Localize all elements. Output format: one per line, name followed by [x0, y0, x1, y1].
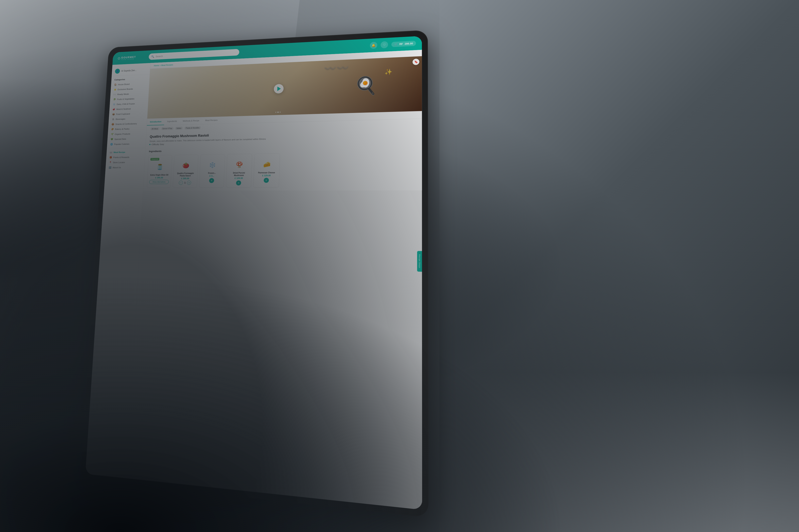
cart-icon: 🛒 — [394, 43, 398, 46]
tab-introduction[interactable]: Introduction — [147, 118, 164, 126]
breadcrumb-current: Meal Recipes — [161, 64, 173, 66]
pasta-sauce-image: 🍅 — [181, 160, 191, 171]
exclusive-icon: ⭐ — [114, 89, 116, 91]
add-mushroom-button[interactable]: + — [236, 180, 241, 185]
heart-icon: ♡ — [383, 43, 386, 47]
qty-value: 1 — [184, 182, 186, 184]
quantity-control: − 1 + — [175, 180, 195, 185]
fruits-veg-label: Fruits & Vegetables — [117, 98, 134, 100]
parmesan-name: Parmesan Cheese — [256, 171, 277, 174]
organic-icon: 🌱 — [111, 133, 113, 135]
logo: ⊙ GOURMET FOOD STORE — [117, 55, 136, 60]
beverages-icon: ☕ — [112, 118, 114, 120]
locator-icon: 📍 — [109, 161, 112, 164]
carousel-dots — [275, 112, 281, 113]
meat-label: Meat & Seafood — [116, 108, 131, 110]
snacks-icon: 🍪 — [111, 123, 114, 126]
cupboard-label: Food Cupboard — [116, 113, 130, 115]
mushroom-name: Dried Porcini Mushroom — [229, 171, 250, 177]
search-bar[interactable]: 🔍 Search — [149, 49, 239, 60]
user-name: Al Sayeda Zen... — [121, 69, 137, 72]
tab-ingredients[interactable]: Ingredients — [164, 118, 180, 125]
ingredient-parmesan: 🧀 Parmesan Cheese £ 129.00 + — [253, 153, 280, 187]
parmesan-image: 🧀 — [262, 159, 272, 170]
about-icon: ℹ️ — [109, 166, 111, 169]
about-label: About Us — [112, 167, 121, 169]
breadcrumb-home[interactable]: Home — [154, 64, 159, 66]
dot-1[interactable] — [275, 112, 276, 113]
locator-label: Store Locator — [113, 161, 125, 164]
difficulty-dot — [149, 144, 150, 145]
header-icons: 🔔 ♡ 🛒 RF 286.00 — [370, 40, 416, 49]
cupboard-icon: 📦 — [112, 113, 115, 116]
user-area: 👤 Al Sayeda Zen... — [112, 66, 150, 76]
mushroom-image: 🍄 — [234, 159, 244, 170]
olive-oil-name: Extra Virgin Olive Oil — [149, 174, 169, 176]
bakery-icon: 🥐 — [111, 128, 114, 131]
meat-icon: 🥩 — [112, 108, 115, 111]
browser-window: ⊙ GOURMET FOOD STORE 🔍 Search 🔔 — [85, 36, 422, 510]
bakery-label: Bakery & Pastry — [115, 128, 130, 130]
cart-amount: 286.00 — [405, 42, 413, 45]
meal-recipe-label: Meal Recipe — [113, 151, 125, 153]
filter-italian[interactable]: Italian — [175, 127, 183, 130]
tab-methods[interactable]: Methods & Recipe — [180, 117, 202, 125]
sidebar-item-store-locator[interactable]: 📍 Store Locator — [106, 159, 145, 165]
ingredients-grid: Required 🫙 Extra Virgin Olive Oil £ 295.… — [147, 151, 417, 188]
filter-serve-4[interactable]: Serve 4 Pax — [161, 127, 174, 130]
tab-meal-recipes[interactable]: Meal Recipes — [202, 116, 221, 124]
dot-3[interactable] — [279, 112, 280, 113]
parmesan-price: £ 129.00 — [256, 174, 277, 177]
ingredients-section: Ingredients Required 🫙 Extra Virgin Oliv… — [143, 142, 422, 191]
sidebar-item-popular-cuisines[interactable]: 🌐 Popular Cuisines — [107, 141, 146, 147]
search-placeholder: Search — [156, 55, 163, 58]
bookmark-icon: 🔖 — [414, 60, 418, 63]
ready-meals-label: Ready Meals — [117, 93, 129, 96]
add-frozen-button[interactable]: + — [209, 178, 214, 183]
special-diets-label: Special Diets — [114, 138, 126, 140]
favorites-button[interactable]: ♡ — [381, 41, 388, 48]
ingredient-pasta-sauce: 🍅 Quattro Formaggio Pasta Sauce £ 295.00… — [173, 154, 198, 188]
bell-icon: 🔔 — [371, 43, 376, 47]
ingredient-frozen: ❄️ Frozen... £ 3... + — [199, 154, 225, 187]
organic-label: Organic Products — [115, 133, 130, 135]
side-panel-tab[interactable]: Recipe Steps — [417, 251, 422, 272]
house-brand-label: House Brand — [118, 83, 130, 86]
show-alternatives-button[interactable]: Show Alternatives — [149, 180, 169, 184]
dairy-icon: ❄️ — [113, 103, 115, 106]
logo-area: ⊙ GOURMET FOOD STORE — [117, 55, 145, 60]
meal-recipe-icon: 📖 — [110, 151, 112, 154]
breadcrumb-separator: > — [160, 64, 161, 66]
qty-plus-button[interactable]: + — [187, 180, 191, 185]
add-parmesan-button[interactable]: + — [264, 177, 269, 183]
cart-button[interactable]: 🛒 RF 286.00 — [391, 40, 416, 47]
points-label: Points & Rewards — [113, 156, 129, 158]
sidebar-divider — [107, 148, 145, 149]
pasta-sauce-name: Quattro Formaggio Pasta Sauce — [175, 172, 196, 177]
ingredients-title: Ingredients — [149, 146, 417, 153]
beverages-label: Beverages — [116, 118, 125, 120]
content-area: 👤 Al Sayeda Zen... Categories 🏠 House Br… — [85, 50, 422, 510]
dairy-label: Dairy, Chili & Frozen — [117, 102, 135, 106]
sidebar-item-meal-recipe[interactable]: 📖 Meal Recipe — [107, 149, 145, 155]
filter-pasta[interactable]: Pasta & Noodles — [184, 126, 201, 130]
user-avatar: 👤 — [115, 69, 120, 74]
dot-2[interactable] — [277, 112, 279, 113]
sidebar-item-about-us[interactable]: ℹ️ About Us — [106, 165, 144, 170]
ready-meals-icon: 🍽️ — [113, 93, 116, 96]
sidebar-item-points-rewards[interactable]: 🎁 Points & Rewards — [106, 154, 145, 160]
notification-button[interactable]: 🔔 — [370, 42, 377, 49]
snacks-label: Snacks & Confectionery — [115, 122, 137, 125]
tablet-device: ⊙ GOURMET FOOD STORE 🔍 Search 🔔 — [80, 30, 429, 518]
sidebar-item-special-diets[interactable]: 💚 Special Diets — [107, 136, 146, 142]
cuisines-label: Popular Cuisines — [114, 143, 129, 145]
cart-currency: RF — [399, 42, 403, 45]
exclusive-label: Exclusive Brands — [117, 88, 133, 91]
filter-all-meal[interactable]: All Meal — [150, 127, 160, 131]
olive-oil-image: 🫙 — [155, 162, 165, 173]
play-button[interactable] — [274, 84, 284, 94]
cuisines-icon: 🌐 — [110, 143, 113, 146]
ingredient-mushroom: 🍄 Dried Porcini Mushroom £ 129.00 + — [226, 154, 252, 187]
tablet-screen: ⊙ GOURMET FOOD STORE 🔍 Search 🔔 — [85, 36, 422, 510]
qty-minus-button[interactable]: − — [179, 180, 183, 185]
